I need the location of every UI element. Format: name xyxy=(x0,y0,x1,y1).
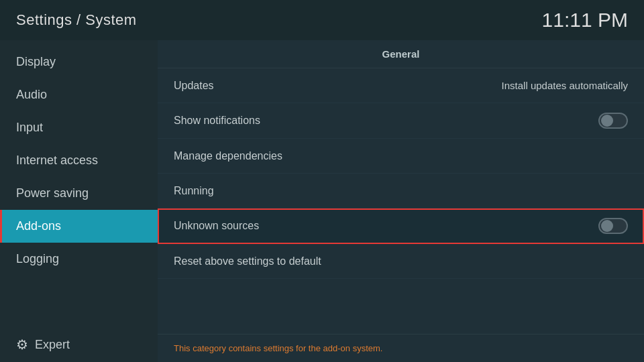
toggle-knob-unknown-sources xyxy=(601,220,613,232)
settings-row-updates[interactable]: Updates Install updates automatically xyxy=(158,68,644,103)
gear-icon: ⚙ xyxy=(16,337,28,353)
sidebar-item-add-ons[interactable]: Add-ons xyxy=(0,210,158,243)
sidebar-item-power-saving[interactable]: Power saving xyxy=(0,177,158,210)
sidebar-item-logging[interactable]: Logging xyxy=(0,243,158,276)
sidebar-item-audio[interactable]: Audio xyxy=(0,78,158,111)
page-title: Settings / System xyxy=(16,11,137,29)
main-layout: Display Audio Input Internet access Powe… xyxy=(0,40,644,362)
row-label-updates: Updates xyxy=(174,80,214,92)
footer-text: This category contains settings for the … xyxy=(174,343,382,353)
row-label-manage-dependencies: Manage dependencies xyxy=(174,150,282,162)
row-label-running: Running xyxy=(174,185,214,197)
row-label-reset: Reset above settings to default xyxy=(174,255,321,267)
row-label-unknown-sources: Unknown sources xyxy=(174,220,259,232)
sidebar-item-display[interactable]: Display xyxy=(0,46,158,78)
toggle-knob-show-notifications xyxy=(601,115,613,127)
settings-list: Updates Install updates automatically Sh… xyxy=(158,68,644,279)
settings-panel: General Updates Install updates automati… xyxy=(158,40,644,334)
toggle-show-notifications[interactable] xyxy=(598,113,628,129)
settings-row-unknown-sources[interactable]: Unknown sources xyxy=(158,208,644,244)
sidebar-item-internet-access[interactable]: Internet access xyxy=(0,144,158,177)
section-header: General xyxy=(158,40,644,68)
toggle-unknown-sources[interactable] xyxy=(598,218,628,234)
sidebar-item-input[interactable]: Input xyxy=(0,111,158,144)
header: Settings / System 11:11 PM xyxy=(0,0,644,40)
settings-row-reset[interactable]: Reset above settings to default xyxy=(158,244,644,279)
settings-row-manage-dependencies[interactable]: Manage dependencies xyxy=(158,139,644,174)
expert-button[interactable]: ⚙ Expert xyxy=(0,327,158,362)
content-area: General Updates Install updates automati… xyxy=(158,40,644,362)
sidebar: Display Audio Input Internet access Powe… xyxy=(0,40,158,362)
row-value-updates: Install updates automatically xyxy=(502,80,628,91)
content-footer: This category contains settings for the … xyxy=(158,334,644,362)
settings-row-running[interactable]: Running xyxy=(158,174,644,208)
clock: 11:11 PM xyxy=(542,9,628,32)
row-label-show-notifications: Show notifications xyxy=(174,115,260,127)
settings-row-show-notifications[interactable]: Show notifications xyxy=(158,103,644,139)
